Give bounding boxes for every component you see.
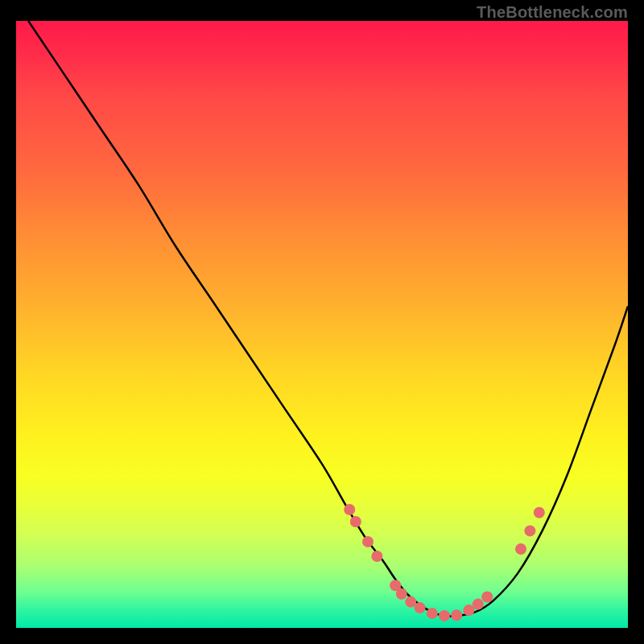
data-point xyxy=(463,605,474,616)
data-point xyxy=(371,551,382,562)
watermark-text: TheBottleneck.com xyxy=(477,3,628,22)
data-point xyxy=(350,516,361,527)
chart-svg xyxy=(16,21,628,628)
chart-plot-area xyxy=(16,21,628,628)
data-point xyxy=(396,588,407,600)
data-point xyxy=(415,602,426,613)
data-point xyxy=(344,504,355,515)
data-point xyxy=(405,597,416,608)
data-point xyxy=(439,610,450,621)
data-point xyxy=(427,608,438,619)
data-point xyxy=(473,599,484,610)
data-points-group xyxy=(344,504,545,621)
data-point xyxy=(515,543,526,555)
data-point xyxy=(451,609,462,621)
data-point xyxy=(534,507,545,518)
data-point xyxy=(524,525,535,536)
data-point xyxy=(362,536,374,547)
curve-line xyxy=(28,21,628,617)
data-point xyxy=(481,592,493,603)
